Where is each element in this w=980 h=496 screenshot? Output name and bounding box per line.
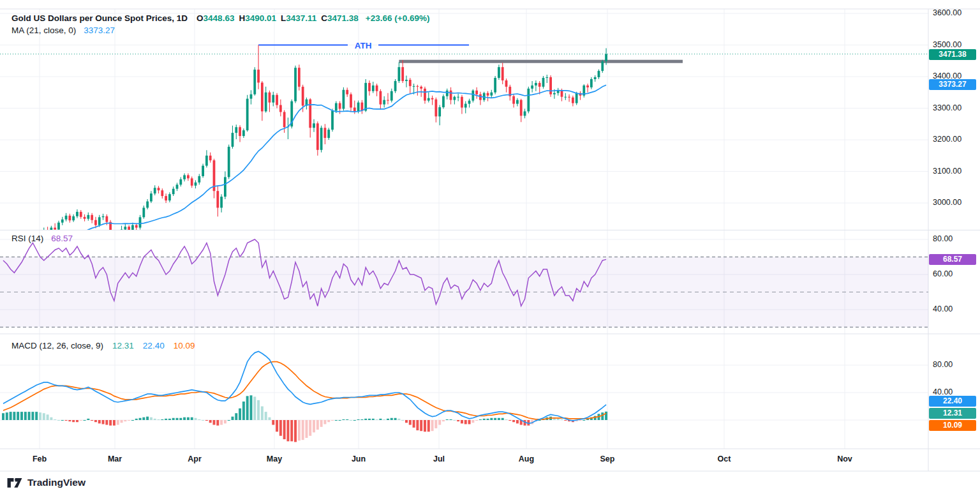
rsi-label: RSI (14) [11,234,43,243]
symbol-legend[interactable]: Gold US Dollars per Ounce Spot Prices, 1… [11,13,429,23]
ohlc-value: 3448.63 [204,13,235,23]
ma-legend[interactable]: MA (21, close, 0) 3373.27 [11,26,115,35]
last-price-badge: 3471.38 [929,49,976,60]
symbol-title: Gold US Dollars per Ounce Spot Prices, 1… [11,13,188,23]
macd-value-badge: 22.40 [929,396,976,407]
macd-line-value: 22.40 [143,341,165,350]
ohlc-value: 3437.11 [286,13,316,23]
candles [2,45,607,273]
macd-label: MACD (12, 26, close, 9) [11,341,103,350]
macd-hist-badge: 12.31 [929,408,976,419]
ma-label: MA (21, close, 0) [11,26,76,35]
ohlc-key: L [281,13,286,23]
rsi-value-badge: 68.57 [929,254,976,265]
time-axis-scale[interactable] [0,449,928,471]
resistance-line[interactable] [399,60,683,63]
macd-legend[interactable]: MACD (12, 26, close, 9) 12.31 22.40 10.0… [11,341,195,350]
macd-signal-badge: 10.09 [929,420,976,431]
ohlc-key: H [239,13,245,23]
ma21-line [77,85,606,236]
tradingview-logo-text: TradingView [27,477,85,488]
ohlc-value: 3490.01 [245,13,276,23]
price-change: +23.66 (+0.69%) [366,13,430,23]
macd-line [3,352,606,424]
chart-canvas[interactable]: ATH [0,0,980,496]
tradingview-logo[interactable]: TradingView [6,476,85,490]
ma-value: 3373.27 [84,26,115,35]
ohlc-key: O [197,13,204,23]
tradingview-chart: ATH Gold US Dollars per Ounce Spot Price… [0,0,980,496]
ohlc-key: C [321,13,327,23]
ath-label: ATH [355,41,372,50]
ohlc-value: 3471.38 [327,13,359,23]
rsi-legend[interactable]: RSI (14) 68.57 [11,234,73,243]
ohlc-values: O3448.63H3490.01L3437.11C3471.38 [197,13,363,23]
price-axis-scale[interactable] [928,9,980,449]
macd-hist-value: 12.31 [112,341,134,350]
ma-value-badge: 3373.27 [929,79,976,90]
rsi-value: 68.57 [51,234,73,243]
macd-signal-value: 10.09 [174,341,195,350]
tradingview-logo-icon [6,476,23,490]
